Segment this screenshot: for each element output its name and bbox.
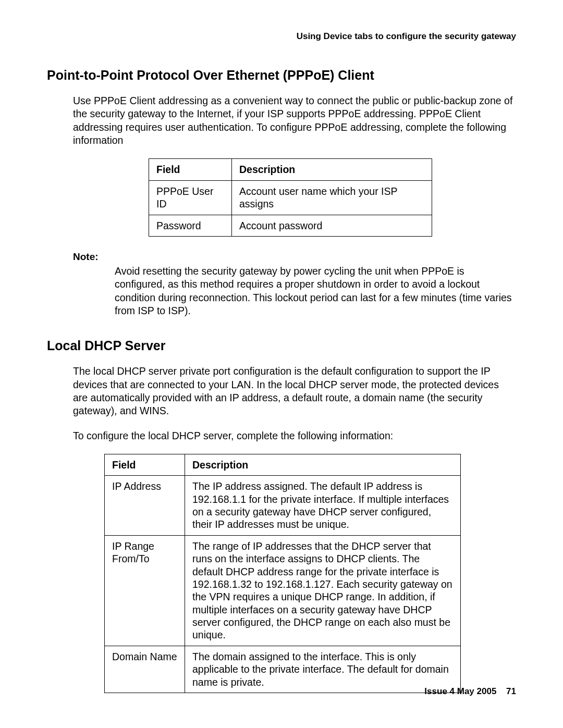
dhcp-field-table: Field Description IP Address The IP addr… xyxy=(104,454,461,693)
note-block: Note: Avoid resetting the security gatew… xyxy=(47,251,516,317)
table-header-row: Field Description xyxy=(149,159,432,180)
table-cell-desc: The domain assigned to the interface. Th… xyxy=(185,646,461,693)
footer-page-number: 71 xyxy=(506,686,516,696)
table-row: IP Range From/To The range of IP address… xyxy=(105,535,461,646)
section-heading-pppoe: Point-to-Point Protocol Over Ethernet (P… xyxy=(47,68,516,83)
table-cell-field: PPPoE User ID xyxy=(149,180,232,215)
table-cell-field: IP Address xyxy=(105,476,185,536)
dhcp-intro-paragraph-1: The local DHCP server private port confi… xyxy=(47,365,516,417)
footer-issue-date: Issue 4 May 2005 xyxy=(424,686,496,696)
table-row: IP Address The IP address assigned. The … xyxy=(105,476,461,536)
table-cell-desc: Account password xyxy=(232,215,432,236)
table-header-field: Field xyxy=(149,159,232,180)
table-header-field: Field xyxy=(105,454,185,475)
dhcp-intro-paragraph-2: To configure the local DHCP server, comp… xyxy=(47,429,516,442)
pppoe-intro-paragraph: Use PPPoE Client addressing as a conveni… xyxy=(47,94,516,147)
table-cell-field: Password xyxy=(149,215,232,236)
table-row: Domain Name The domain assigned to the i… xyxy=(105,646,461,693)
note-body: Avoid resetting the security gateway by … xyxy=(73,265,516,317)
running-header: Using Device tabs to configure the secur… xyxy=(47,31,516,42)
table-cell-field: Domain Name xyxy=(105,646,185,693)
table-header-row: Field Description xyxy=(105,454,461,475)
document-page: Using Device tabs to configure the secur… xyxy=(0,0,563,693)
table-header-desc: Description xyxy=(232,159,432,180)
table-row: PPPoE User ID Account user name which yo… xyxy=(149,180,432,215)
table-cell-field: IP Range From/To xyxy=(105,535,185,646)
table-header-desc: Description xyxy=(185,454,461,475)
table-row: Password Account password xyxy=(149,215,432,236)
table-cell-desc: The range of IP addresses that the DHCP … xyxy=(185,535,461,646)
section-heading-dhcp: Local DHCP Server xyxy=(47,338,516,353)
pppoe-field-table: Field Description PPPoE User ID Account … xyxy=(149,158,432,237)
note-label: Note: xyxy=(73,251,516,263)
table-cell-desc: The IP address assigned. The default IP … xyxy=(185,476,461,536)
page-footer: Issue 4 May 2005 71 xyxy=(424,686,516,697)
table-cell-desc: Account user name which your ISP assigns xyxy=(232,180,432,215)
